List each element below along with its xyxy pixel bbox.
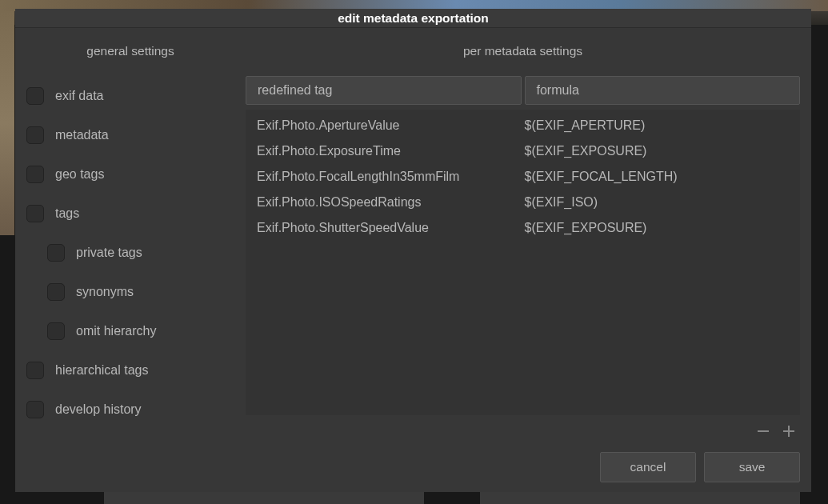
checkbox-hierarchical-tags[interactable] (26, 362, 44, 379)
label-private-tags: private tags (76, 246, 142, 260)
label-exif-data: exif data (55, 89, 103, 103)
setting-private-tags: private tags (26, 233, 234, 272)
checkbox-geo-tags[interactable] (26, 166, 44, 183)
cell-tag: Exif.Photo.ISOSpeedRatings (257, 195, 522, 210)
general-settings-heading: general settings (26, 44, 234, 58)
setting-tags: tags (26, 194, 234, 233)
cell-formula: $(EXIF_ISO) (522, 195, 790, 210)
cell-formula: $(EXIF_EXPOSURE) (522, 221, 790, 235)
table-row[interactable]: Exif.Photo.ApertureValue $(EXIF_APERTURE… (249, 113, 797, 138)
dialog-title: edit metadata exportation (338, 11, 489, 26)
plus-icon (782, 425, 795, 438)
column-header-tag[interactable]: redefined tag (246, 76, 522, 105)
cancel-button[interactable]: cancel (600, 452, 696, 482)
setting-synonyms: synonyms (26, 272, 234, 311)
checkbox-omit-hierarchy[interactable] (47, 322, 65, 340)
per-metadata-panel: per metadata settings redefined tag form… (246, 39, 800, 482)
cell-formula: $(EXIF_EXPOSURE) (522, 144, 790, 158)
setting-omit-hierarchy: omit hierarchy (26, 311, 234, 350)
cell-tag: Exif.Photo.ExposureTime (257, 144, 522, 158)
label-hierarchical-tags: hierarchical tags (55, 363, 149, 378)
label-tags: tags (55, 206, 79, 221)
cell-tag: Exif.Photo.ApertureValue (257, 118, 522, 133)
label-develop-history: develop history (55, 402, 142, 417)
setting-hierarchical-tags: hierarchical tags (26, 350, 234, 390)
checkbox-synonyms[interactable] (47, 283, 65, 301)
checkbox-tags[interactable] (26, 205, 44, 222)
metadata-table-body: Exif.Photo.ApertureValue $(EXIF_APERTURE… (246, 110, 800, 415)
checkbox-develop-history[interactable] (26, 401, 44, 418)
setting-metadata: metadata (26, 115, 234, 154)
setting-develop-history: develop history (26, 390, 234, 429)
table-row[interactable]: Exif.Photo.FocalLengthIn35mmFilm $(EXIF_… (249, 164, 797, 190)
general-settings-panel: general settings exif data metadata geo … (26, 39, 234, 482)
setting-geo-tags: geo tags (26, 154, 234, 194)
setting-exif-data: exif data (26, 76, 234, 115)
cell-tag: Exif.Photo.FocalLengthIn35mmFilm (257, 170, 522, 184)
label-omit-hierarchy: omit hierarchy (76, 324, 156, 338)
minus-icon (757, 425, 770, 438)
label-geo-tags: geo tags (55, 167, 104, 182)
cell-tag: Exif.Photo.ShutterSpeedValue (257, 221, 522, 235)
per-metadata-heading: per metadata settings (246, 44, 800, 58)
edit-metadata-dialog: edit metadata exportation general settin… (15, 9, 811, 492)
label-metadata: metadata (55, 128, 109, 142)
cell-formula: $(EXIF_FOCAL_LENGTH) (522, 170, 790, 184)
dialog-title-bar: edit metadata exportation (15, 9, 811, 28)
svg-rect-0 (758, 430, 769, 432)
svg-rect-2 (788, 426, 790, 437)
column-header-formula[interactable]: formula (525, 76, 801, 105)
checkbox-exif-data[interactable] (26, 87, 44, 105)
add-row-button[interactable] (781, 423, 797, 439)
checkbox-metadata[interactable] (26, 126, 44, 144)
cell-formula: $(EXIF_APERTURE) (522, 118, 790, 133)
checkbox-private-tags[interactable] (47, 244, 65, 262)
label-synonyms: synonyms (76, 285, 134, 299)
remove-row-button[interactable] (755, 423, 771, 439)
table-row[interactable]: Exif.Photo.ShutterSpeedValue $(EXIF_EXPO… (249, 215, 797, 241)
table-row[interactable]: Exif.Photo.ExposureTime $(EXIF_EXPOSURE) (249, 138, 797, 164)
save-button[interactable]: save (704, 452, 800, 482)
table-row[interactable]: Exif.Photo.ISOSpeedRatings $(EXIF_ISO) (249, 190, 797, 215)
